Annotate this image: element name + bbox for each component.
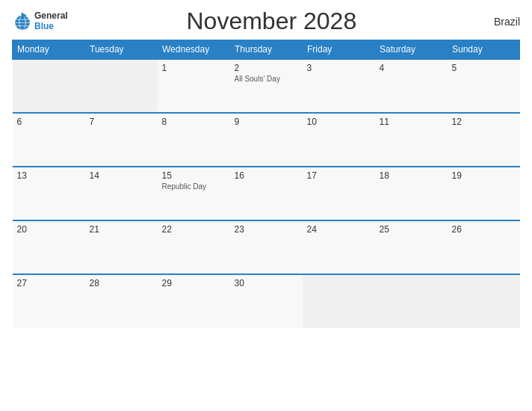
calendar-cell — [303, 274, 375, 328]
day-number: 3 — [307, 63, 371, 73]
day-number: 2 — [235, 63, 298, 73]
calendar-cell: 11 — [375, 113, 448, 167]
day-number: 16 — [235, 170, 298, 181]
calendar-cell: 14 — [85, 167, 158, 220]
day-number: 4 — [380, 63, 443, 73]
calendar-cell: 8 — [158, 113, 230, 167]
calendar-cell: 29 — [158, 274, 230, 328]
day-number: 13 — [17, 170, 81, 181]
day-number: 9 — [235, 117, 298, 127]
day-number: 7 — [90, 117, 153, 127]
calendar-cell — [448, 274, 520, 328]
day-number: 11 — [380, 117, 443, 127]
calendar-page: General Blue November 2028 Brazil Monday… — [0, 0, 532, 411]
day-number: 8 — [162, 117, 226, 127]
logo-blue-label: Blue — [34, 22, 68, 31]
day-number: 29 — [162, 278, 226, 288]
day-number: 25 — [380, 224, 443, 235]
day-number: 18 — [380, 170, 443, 181]
calendar-cell — [375, 274, 448, 328]
day-header-sunday: Sunday — [448, 40, 520, 60]
day-header-wednesday: Wednesday — [158, 40, 230, 60]
calendar-cell: 4 — [375, 59, 448, 113]
day-header-row: MondayTuesdayWednesdayThursdayFridaySatu… — [13, 40, 520, 60]
day-number: 19 — [452, 170, 516, 181]
calendar-cell: 6 — [13, 113, 85, 167]
calendar-cell: 21 — [85, 220, 158, 274]
day-number: 23 — [235, 224, 298, 235]
calendar-week-row: 12All Souls' Day345 — [13, 59, 520, 113]
day-number: 27 — [17, 278, 81, 288]
calendar-cell: 27 — [13, 274, 85, 328]
day-number: 26 — [452, 224, 516, 235]
calendar-cell: 19 — [448, 167, 520, 220]
calendar-cell: 5 — [448, 59, 520, 113]
calendar-cell: 1 — [158, 59, 230, 113]
logo-general-label: General — [34, 11, 68, 21]
day-header-saturday: Saturday — [375, 40, 448, 60]
calendar-cell: 13 — [13, 167, 85, 220]
day-number: 30 — [235, 278, 298, 288]
event-label: Republic Day — [162, 182, 226, 191]
day-number: 12 — [452, 117, 516, 127]
day-number: 24 — [307, 224, 371, 235]
day-number: 22 — [162, 224, 226, 235]
calendar-week-row: 20212223242526 — [13, 220, 520, 274]
logo-icon — [12, 11, 33, 32]
calendar-header-row: MondayTuesdayWednesdayThursdayFridaySatu… — [13, 40, 520, 60]
calendar-cell: 9 — [230, 113, 303, 167]
day-number: 20 — [17, 224, 81, 235]
day-number: 5 — [452, 63, 516, 73]
day-header-tuesday: Tuesday — [85, 40, 158, 60]
calendar-cell — [85, 59, 158, 113]
calendar-cell: 17 — [303, 167, 375, 220]
day-number: 6 — [17, 117, 81, 127]
calendar-cell: 16 — [230, 167, 303, 220]
day-number: 10 — [307, 117, 371, 127]
calendar-cell: 18 — [375, 167, 448, 220]
calendar-cell: 3 — [303, 59, 375, 113]
calendar-cell: 30 — [230, 274, 303, 328]
calendar-cell: 22 — [158, 220, 230, 274]
day-number: 1 — [162, 63, 226, 73]
logo-text: General Blue — [34, 11, 68, 31]
day-number: 14 — [90, 170, 153, 181]
calendar-cell — [13, 59, 85, 113]
day-header-monday: Monday — [13, 40, 85, 60]
day-header-thursday: Thursday — [230, 40, 303, 60]
calendar-week-row: 27282930 — [13, 274, 520, 328]
calendar-cell: 7 — [85, 113, 158, 167]
calendar-week-row: 6789101112 — [13, 113, 520, 167]
calendar-body: 12All Souls' Day3456789101112131415Repub… — [13, 59, 520, 328]
calendar-cell: 23 — [230, 220, 303, 274]
day-number: 21 — [90, 224, 153, 235]
calendar-table: MondayTuesdayWednesdayThursdayFridaySatu… — [12, 40, 520, 328]
day-header-friday: Friday — [303, 40, 375, 60]
calendar-cell: 2All Souls' Day — [230, 59, 303, 113]
event-label: All Souls' Day — [235, 75, 298, 83]
calendar-title: November 2028 — [68, 7, 475, 35]
calendar-week-row: 131415Republic Day16171819 — [13, 167, 520, 220]
calendar-cell: 10 — [303, 113, 375, 167]
day-number: 28 — [90, 278, 153, 288]
day-number: 15 — [162, 170, 226, 181]
calendar-cell: 15Republic Day — [158, 167, 230, 220]
logo: General Blue — [12, 11, 68, 32]
calendar-cell: 26 — [448, 220, 520, 274]
calendar-cell: 20 — [13, 220, 85, 274]
calendar-cell: 24 — [303, 220, 375, 274]
calendar-cell: 25 — [375, 220, 448, 274]
calendar-cell: 12 — [448, 113, 520, 167]
calendar-cell: 28 — [85, 274, 158, 328]
country-label: Brazil — [475, 16, 520, 28]
day-number: 17 — [307, 170, 371, 181]
calendar-header: General Blue November 2028 Brazil — [12, 7, 520, 35]
